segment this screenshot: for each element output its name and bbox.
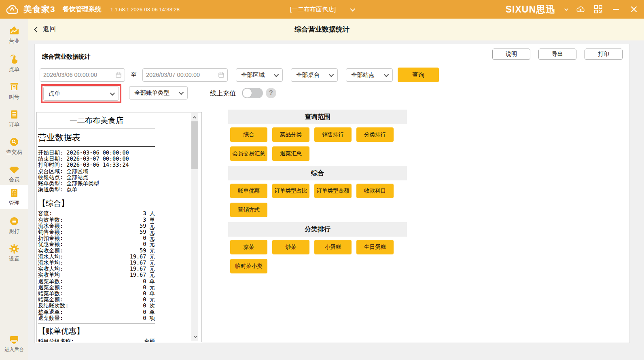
report-chip[interactable]: 订单类型占比 bbox=[272, 184, 309, 198]
stat-value: 0 单 bbox=[143, 278, 155, 284]
receipt-discount-heading: 【账单优惠】 bbox=[38, 324, 155, 338]
chevron-down-icon bbox=[329, 72, 334, 77]
receipt-meta-line: 开始日期: 2026-03-06 00:00:00 bbox=[38, 150, 155, 156]
receipt-stat-row: 实收金额: 59 元 bbox=[38, 248, 155, 254]
sidebar-item-management[interactable]: 管理 bbox=[0, 185, 28, 209]
sidebar-item-label: 厨打 bbox=[9, 228, 19, 235]
report-chip[interactable]: 销售排行 bbox=[314, 127, 352, 142]
page-title: 综合营业数据统计 bbox=[294, 25, 350, 34]
stat-label: 实收金额: bbox=[38, 248, 63, 254]
table-select[interactable]: 全部桌台 bbox=[291, 68, 338, 82]
report-chip[interactable]: 收款科目 bbox=[356, 184, 394, 198]
channel-select[interactable]: 点单 bbox=[43, 87, 119, 101]
query-button[interactable]: 查询 bbox=[398, 68, 439, 82]
kitchen-print-icon bbox=[8, 216, 20, 227]
region-select-value: 全部区域 bbox=[241, 71, 265, 79]
back-button[interactable]: 返回 bbox=[35, 25, 56, 34]
report-chip[interactable]: 生日蛋糕 bbox=[356, 240, 394, 254]
search-circle-icon bbox=[8, 136, 20, 148]
app-brand: 美食家3 餐饮管理系统 1.1.68.1 2026-03-06 14:33:28 bbox=[0, 3, 180, 15]
group-header: 综合 bbox=[228, 166, 407, 180]
sidebar-item-kitchen-print[interactable]: 厨打 bbox=[0, 214, 28, 237]
help-button[interactable]: 说明 bbox=[492, 49, 530, 60]
group-comprehensive: 综合 账单优惠订单类型占比订单类型金额收款科目营销方式 bbox=[228, 166, 407, 217]
chevron-down-icon bbox=[110, 91, 115, 96]
sidebar-item-label: 设置 bbox=[9, 255, 19, 263]
sidebar-item-members[interactable]: 会员 bbox=[0, 162, 28, 185]
sidebar-item-settings[interactable]: 设置 bbox=[0, 241, 28, 265]
receipt-discount-rows: 科目分组名称: 金额 合计: 0 bbox=[38, 338, 155, 342]
receipt-stat-row: 客流: 3 人 bbox=[38, 210, 155, 216]
sidebar-item-backoffice[interactable]: 进入后台 bbox=[0, 331, 28, 356]
receipt-store-name: 一二布布美食店 bbox=[38, 114, 155, 129]
sidebar-item-queue-number[interactable]: 8 叫号 bbox=[0, 79, 28, 103]
scrollbar-thumb[interactable] bbox=[191, 121, 198, 169]
stat-value: 0 元 bbox=[143, 284, 155, 290]
cloud-sync-icon[interactable] bbox=[576, 3, 585, 15]
bill-type-select[interactable]: 全部账单类型 bbox=[129, 86, 188, 100]
sidebar-item-transactions[interactable]: 查交易 bbox=[0, 134, 28, 158]
export-button[interactable]: 导出 bbox=[538, 49, 576, 60]
sidebar-item-label: 订单 bbox=[9, 121, 19, 128]
stat-value: 0 次 bbox=[143, 303, 155, 309]
receipt-stat-row: 整单退单: 0 单 bbox=[38, 309, 155, 315]
date-from-input[interactable]: 2026/03/06 00:00:00 bbox=[40, 68, 125, 82]
store-selector-dropdown[interactable]: [一二布布面包店] bbox=[290, 0, 354, 19]
app-subtitle: 餐饮管理系统 bbox=[63, 5, 102, 14]
date-range-separator: 至 bbox=[131, 71, 137, 79]
stat-value: 3 人 bbox=[143, 210, 155, 216]
online-recharge-toggle[interactable] bbox=[242, 88, 263, 98]
report-chip[interactable]: 会员交易汇总 bbox=[230, 146, 267, 161]
receipt-summary-heading: 【综合】 bbox=[38, 196, 155, 210]
receipt-stat-row: 赠菜单数: 0 单 bbox=[38, 290, 155, 296]
stat-label: 流水单均: bbox=[38, 260, 63, 266]
stat-value: 59 元 bbox=[140, 223, 155, 229]
stat-label: 客流: bbox=[38, 210, 52, 216]
stat-value: 0 单 bbox=[143, 309, 155, 315]
report-chip[interactable]: 凉菜 bbox=[230, 240, 267, 254]
report-chip[interactable]: 临时菜小类 bbox=[230, 259, 267, 273]
svg-text:8: 8 bbox=[13, 86, 15, 90]
bill-type-select-value: 全部账单类型 bbox=[134, 89, 169, 97]
station-select-value: 全部站点 bbox=[351, 71, 375, 79]
sidebar-item-order-taking[interactable]: 点单 bbox=[0, 52, 28, 75]
report-chip[interactable]: 菜品分类 bbox=[272, 127, 309, 142]
report-chip[interactable]: 小蛋糕 bbox=[314, 240, 352, 254]
qr-grid-icon[interactable] bbox=[594, 3, 603, 15]
table-select-value: 全部桌台 bbox=[296, 71, 320, 79]
scroll-down-icon[interactable] bbox=[191, 334, 198, 340]
minimize-button[interactable] bbox=[612, 3, 621, 15]
report-chip[interactable]: 综合 bbox=[230, 127, 267, 142]
report-chip[interactable]: 营销方式 bbox=[230, 203, 267, 217]
document-list-icon bbox=[8, 109, 20, 120]
sidebar-item-business[interactable]: 营业 bbox=[0, 23, 28, 47]
chevron-down-icon[interactable] bbox=[564, 7, 568, 11]
receipt-meta-line: 桌台区域: 全部区域 bbox=[38, 168, 155, 174]
help-question-icon[interactable]: ? bbox=[266, 88, 276, 98]
receipt-stat-row: 流水单均: 19.67 元 bbox=[38, 260, 155, 266]
report-chip[interactable]: 炒菜 bbox=[272, 240, 309, 254]
store-selector-label: [一二布布面包店] bbox=[290, 6, 336, 13]
close-button[interactable] bbox=[629, 3, 638, 15]
chevron-down-icon bbox=[384, 72, 389, 77]
group-header: 查询范围 bbox=[228, 110, 407, 124]
print-button[interactable]: 打印 bbox=[585, 49, 623, 60]
station-select[interactable]: 全部站点 bbox=[346, 68, 393, 82]
report-chip[interactable]: 账单优惠 bbox=[230, 184, 267, 198]
date-to-input[interactable]: 2026/03/07 00:00:00 bbox=[142, 68, 228, 82]
region-select[interactable]: 全部区域 bbox=[236, 68, 283, 82]
report-card-title: 综合营业数据统计 bbox=[42, 53, 91, 61]
report-chip[interactable]: 退菜汇总 bbox=[272, 146, 309, 161]
receipt-preview-panel: 一二布布美食店 营业数据表 开始日期: 2026-03-06 00:00:00结… bbox=[36, 112, 202, 342]
stat-value: 59 元 bbox=[140, 248, 155, 254]
chevron-down-icon bbox=[179, 90, 184, 95]
report-chip[interactable]: 分类排行 bbox=[356, 127, 394, 142]
receipt-stat-row: 退菜单数: 0 单 bbox=[38, 278, 155, 284]
diamond-icon bbox=[8, 164, 20, 175]
sidebar-item-orders[interactable]: 订单 bbox=[0, 107, 28, 130]
receipt-scrollbar[interactable] bbox=[191, 113, 198, 341]
report-chip[interactable]: 订单类型金额 bbox=[314, 184, 352, 198]
sidebar-item-label: 管理 bbox=[9, 199, 19, 207]
scroll-up-icon[interactable] bbox=[191, 114, 198, 121]
sidebar-item-label: 营业 bbox=[9, 38, 19, 45]
